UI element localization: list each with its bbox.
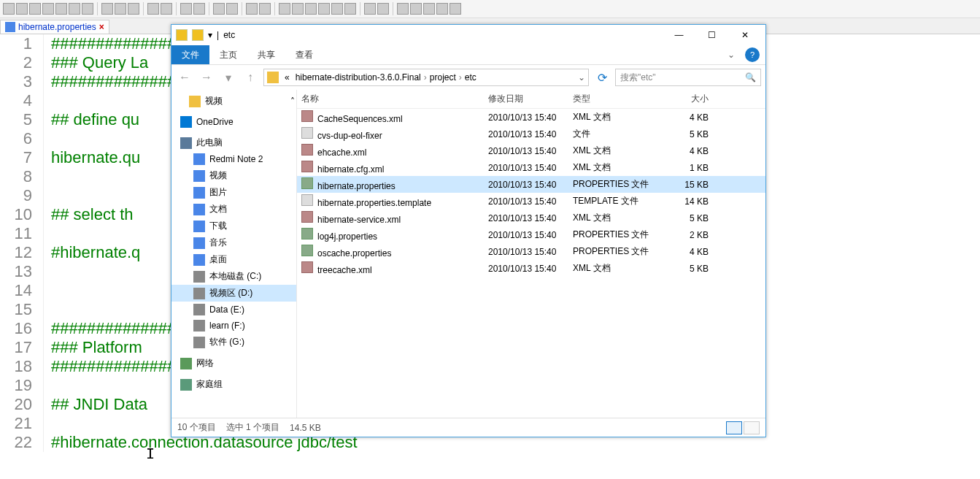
close-all-icon[interactable]	[69, 3, 80, 15]
back-button[interactable]: ←	[176, 69, 193, 86]
indent-left-icon[interactable]	[279, 3, 290, 15]
nav-item-this-pc[interactable]: 此电脑	[171, 134, 296, 151]
sync-all-icon[interactable]	[259, 3, 271, 15]
up-button[interactable]: ↑	[242, 69, 259, 86]
column-header-date[interactable]: 修改日期	[488, 93, 573, 105]
history-dropdown[interactable]: ▾	[220, 69, 237, 86]
nav-item-drive-f[interactable]: learn (F:)	[171, 318, 296, 334]
fast-fwd-icon[interactable]	[450, 3, 461, 15]
nav-item-drive-e[interactable]: Data (E:)	[171, 302, 296, 318]
file-rows[interactable]: CacheSequences.xml2010/10/13 15:40XML 文档…	[297, 109, 765, 418]
minimize-button[interactable]: —	[663, 25, 695, 45]
nav-item-drive-c[interactable]: 本地磁盘 (C:)	[171, 268, 296, 285]
monitor-icon[interactable]	[364, 3, 376, 15]
save-all-icon[interactable]	[42, 3, 54, 15]
breadcrumb-dropdown-icon[interactable]: ⌄	[578, 72, 585, 83]
breadcrumb-segment[interactable]: project	[427, 72, 459, 83]
nav-item-desktop[interactable]: 桌面	[171, 251, 296, 268]
search-input[interactable]: 搜索"etc" 🔍	[615, 69, 761, 86]
close-button[interactable]: ✕	[728, 25, 761, 45]
file-row[interactable]: CacheSequences.xml2010/10/13 15:40XML 文档…	[297, 109, 765, 126]
undo-icon[interactable]	[147, 3, 159, 15]
copy-icon[interactable]	[115, 3, 126, 15]
search-icon[interactable]: 🔍	[745, 72, 756, 83]
play-icon[interactable]	[423, 3, 435, 15]
breadcrumb-segment[interactable]: «	[282, 72, 293, 83]
nav-item-pictures[interactable]: 图片	[171, 184, 296, 201]
close-tab-icon[interactable]: ×	[99, 22, 104, 32]
paste-icon[interactable]	[128, 3, 139, 15]
help-icon[interactable]: ?	[745, 47, 760, 62]
ribbon-tab-file[interactable]: 文件	[171, 45, 209, 64]
navigation-pane[interactable]: 视频˄ OneDrive 此电脑 Redmi Note 2 视频 图片 文档 下…	[171, 90, 297, 418]
forward-button[interactable]: →	[198, 69, 215, 86]
nav-item-drive-g[interactable]: 软件 (G:)	[171, 334, 296, 350]
save-icon[interactable]	[29, 3, 41, 15]
zoom-out-icon[interactable]	[226, 3, 238, 15]
ribbon-tab-share[interactable]: 共享	[247, 45, 285, 64]
record-icon[interactable]	[397, 3, 409, 15]
file-row[interactable]: log4j.properties2010/10/13 15:40PROPERTI…	[297, 226, 765, 243]
nav-item-onedrive[interactable]: OneDrive	[171, 114, 296, 130]
breadcrumb-segment[interactable]: etc	[462, 72, 479, 83]
show-whitespace-icon[interactable]	[292, 3, 304, 15]
doc-icon[interactable]	[331, 3, 343, 15]
editor-tab-hibernate-properties[interactable]: hibernate.properties ×	[0, 20, 109, 34]
cut-icon[interactable]	[101, 3, 113, 15]
ribbon-expand-icon[interactable]: ⌄	[728, 50, 735, 60]
toolbar-separator	[360, 2, 360, 15]
print-icon[interactable]	[82, 3, 93, 15]
skip-icon[interactable]	[436, 3, 448, 15]
column-header-size[interactable]: 大小	[663, 93, 709, 105]
file-row[interactable]: treecache.xml2010/10/13 15:40XML 文档5 KB	[297, 260, 765, 277]
replace-icon[interactable]	[193, 3, 205, 15]
explorer-titlebar[interactable]: ▾ | etc — ☐ ✕	[171, 25, 765, 45]
lang-icon[interactable]	[344, 3, 356, 15]
qat-chevron-icon[interactable]: ▾	[208, 30, 212, 40]
thumbnails-view-button[interactable]	[744, 421, 760, 434]
file-row[interactable]: ehcache.xml2010/10/13 15:40XML 文档4 KB	[297, 142, 765, 159]
toolbar-separator	[209, 2, 209, 15]
indent-guide-icon[interactable]	[305, 3, 317, 15]
nav-item-music[interactable]: 音乐	[171, 234, 296, 251]
file-row[interactable]: hibernate-service.xml2010/10/13 15:40XML…	[297, 210, 765, 226]
ribbon-tab-home[interactable]: 主页	[209, 45, 247, 64]
nav-item-homegroup[interactable]: 家庭组	[171, 376, 296, 393]
line-number-gutter: 12345678910111213141516171819202122	[0, 34, 44, 452]
wrap-icon[interactable]	[318, 3, 330, 15]
redo-icon[interactable]	[161, 3, 172, 15]
nav-item-drive-d[interactable]: 视频区 (D:)	[171, 285, 296, 302]
close-file-icon[interactable]	[55, 3, 67, 15]
nav-item-videos[interactable]: 视频	[171, 167, 296, 184]
file-row[interactable]: oscache.properties2010/10/13 15:40PROPER…	[297, 243, 765, 260]
file-row[interactable]: cvs-dup-eol-fixer2010/10/13 15:40文件5 KB	[297, 126, 765, 142]
eye-icon[interactable]	[377, 3, 389, 15]
file-row[interactable]: hibernate.properties2010/10/13 15:40PROP…	[297, 176, 765, 193]
nav-item-network[interactable]: 网络	[171, 355, 296, 372]
nav-item-video[interactable]: 视频˄	[171, 93, 296, 110]
pc-icon	[180, 137, 192, 149]
nav-item-downloads[interactable]: 下载	[171, 218, 296, 234]
details-view-button[interactable]	[726, 421, 742, 434]
find-icon[interactable]	[180, 3, 192, 15]
breadcrumb-segment[interactable]: hibernate-distribution-3.6.0.Final	[293, 72, 424, 83]
zoom-in-icon[interactable]	[213, 3, 225, 15]
ribbon-tab-view[interactable]: 查看	[285, 45, 323, 64]
qat-icon[interactable]	[192, 29, 204, 41]
file-type: PROPERTIES 文件	[573, 229, 663, 241]
file-row[interactable]: hibernate.cfg.xml2010/10/13 15:40XML 文档1…	[297, 159, 765, 176]
sync-icon[interactable]	[246, 3, 258, 15]
file-row[interactable]: hibernate.properties.template2010/10/13 …	[297, 193, 765, 210]
breadcrumb[interactable]: « hibernate-distribution-3.6.0.Final › p…	[263, 69, 589, 86]
nav-item-redmi[interactable]: Redmi Note 2	[171, 151, 296, 167]
nav-label: Data (E:)	[209, 304, 244, 315]
open-icon[interactable]	[16, 3, 28, 15]
maximize-button[interactable]: ☐	[695, 25, 728, 45]
new-file-icon[interactable]	[3, 3, 15, 15]
nav-item-documents[interactable]: 文档	[171, 201, 296, 218]
stop-icon[interactable]	[410, 3, 422, 15]
nav-label: 桌面	[209, 253, 227, 266]
column-header-type[interactable]: 类型	[573, 93, 663, 105]
column-header-name[interactable]: 名称	[301, 93, 488, 105]
refresh-button[interactable]: ⟳	[593, 69, 611, 86]
